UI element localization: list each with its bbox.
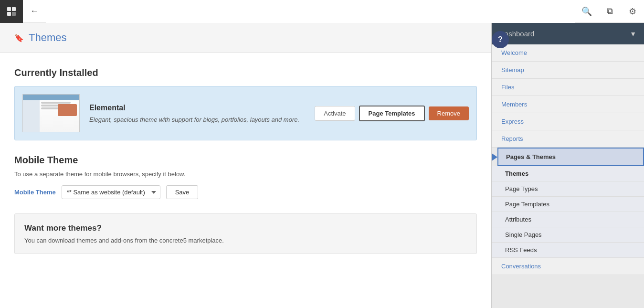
theme-thumbnail — [22, 94, 80, 132]
help-button[interactable]: ? — [492, 31, 509, 48]
svg-rect-2 — [7, 12, 11, 16]
sidebar-item-page-types[interactable]: Page Types — [492, 181, 644, 197]
theme-actions: Activate Page Templates Remove — [315, 106, 469, 121]
theme-card: Elemental Elegant, spacious theme with s… — [14, 86, 477, 140]
more-themes-description: You can download themes and add-ons from… — [24, 237, 467, 244]
content-body: Currently Installed — [0, 53, 491, 268]
panel-nav: Welcome Sitemap Files Members Express Re… — [492, 44, 644, 275]
svg-rect-3 — [12, 12, 16, 16]
mobile-theme-select[interactable]: ** Same as website (default) — [62, 185, 160, 199]
svg-rect-1 — [12, 7, 16, 11]
app-logo[interactable] — [0, 0, 23, 23]
search-input[interactable] — [46, 0, 575, 23]
arrow-indicator-icon — [492, 153, 497, 161]
more-themes-title: Want more themes? — [24, 223, 467, 233]
bookmark-icon: 🔖 — [14, 33, 24, 42]
back-button[interactable]: ← — [23, 0, 46, 23]
theme-description: Elegant, spacious theme with support for… — [89, 116, 305, 123]
sidebar-item-reports[interactable]: Reports — [492, 130, 644, 148]
sidebar-item-themes[interactable]: Themes — [492, 166, 644, 181]
sidebar-item-members[interactable]: Members — [492, 96, 644, 113]
sidebar-item-single-pages[interactable]: Single Pages — [492, 227, 644, 243]
settings-icon-button[interactable]: ⚙ — [621, 0, 644, 23]
sidebar-item-files[interactable]: Files — [492, 79, 644, 96]
sidebar-item-conversations[interactable]: Conversations — [492, 258, 644, 275]
panel-dashboard-arrow-icon: ▼ — [630, 30, 636, 38]
mobile-theme-section: Mobile Theme To use a separate theme for… — [14, 155, 477, 199]
sidebar-item-pages-themes[interactable]: Pages & Themes — [497, 148, 644, 166]
theme-name: Elemental — [89, 104, 305, 112]
remove-button[interactable]: Remove — [429, 106, 469, 120]
sidebar-item-welcome[interactable]: Welcome — [492, 44, 644, 62]
svg-rect-0 — [7, 7, 11, 11]
theme-info: Elemental Elegant, spacious theme with s… — [89, 104, 305, 123]
mobile-theme-label: Mobile Theme — [14, 189, 56, 196]
mobile-theme-row: Mobile Theme ** Same as website (default… — [14, 185, 477, 199]
more-themes-box: Want more themes? You can download theme… — [14, 213, 477, 254]
sidebar-item-rss-feeds[interactable]: RSS Feeds — [492, 243, 644, 258]
activate-button[interactable]: Activate — [315, 106, 355, 121]
right-panel: Dashboard ▼ Welcome Sitemap Files Member… — [491, 23, 644, 308]
sidebar-item-express[interactable]: Express — [492, 113, 644, 130]
page-templates-button[interactable]: Page Templates — [359, 106, 425, 121]
page-title: Themes — [29, 32, 66, 44]
sidebar-item-sitemap[interactable]: Sitemap — [492, 62, 644, 79]
main-layout: 🔖 Themes Currently Installed — [0, 23, 644, 308]
duplicate-icon-button[interactable]: ⧉ — [598, 0, 621, 23]
mobile-theme-description: To use a separate theme for mobile brows… — [14, 170, 477, 178]
page-header: 🔖 Themes — [0, 23, 491, 53]
pages-themes-section: Pages & Themes — [497, 148, 644, 166]
panel-sub-items: Themes Page Types Page Templates Attribu… — [492, 166, 644, 258]
currently-installed-title: Currently Installed — [14, 67, 477, 78]
sidebar-item-attributes[interactable]: Attributes — [492, 212, 644, 227]
panel-dashboard-header[interactable]: Dashboard ▼ — [492, 23, 644, 44]
content-area: 🔖 Themes Currently Installed — [0, 23, 491, 308]
topbar-icons: 🔍 ⧉ ⚙ — [575, 0, 644, 23]
topbar: ← 🔍 ⧉ ⚙ — [0, 0, 644, 23]
sidebar-item-page-templates[interactable]: Page Templates — [492, 197, 644, 212]
save-button[interactable]: Save — [166, 185, 199, 199]
search-icon-button[interactable]: 🔍 — [575, 0, 598, 23]
mobile-theme-title: Mobile Theme — [14, 155, 477, 166]
